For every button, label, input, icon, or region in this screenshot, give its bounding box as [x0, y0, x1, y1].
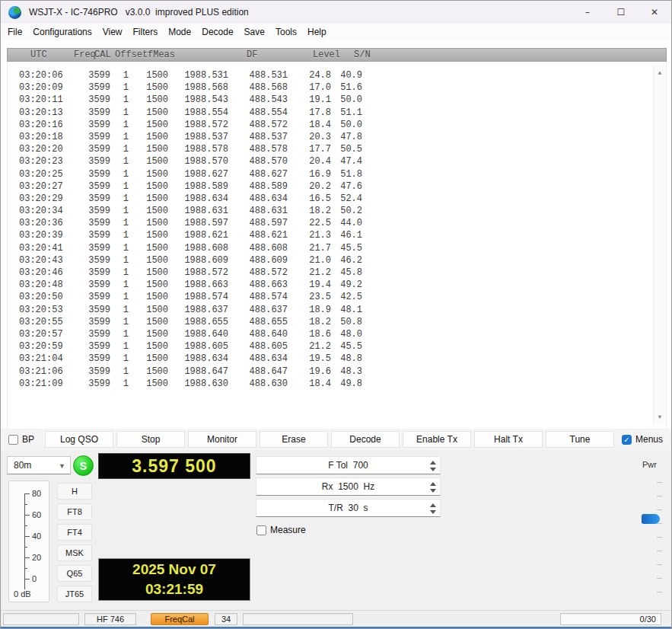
menus-checkbox[interactable]: ✓ — [622, 435, 632, 445]
cell-cal: 1 — [110, 279, 129, 291]
cell-utc: 03:21:06 — [8, 366, 75, 378]
menu-item-filters[interactable]: Filters — [128, 25, 164, 39]
maximize-button[interactable]: ☐ — [604, 1, 638, 24]
mode-button-msk[interactable]: MSK — [57, 544, 92, 561]
tune-button[interactable]: Tune — [546, 431, 614, 448]
menus-checkbox-group[interactable]: ✓ Menus — [622, 434, 663, 445]
cell-df: 488.634 — [228, 193, 288, 205]
cell-freq: 3599 — [75, 119, 110, 131]
sync-button[interactable]: S — [73, 455, 94, 476]
measure-checkbox[interactable] — [256, 525, 266, 535]
band-selector[interactable]: 80m ▼ — [7, 456, 71, 474]
erase-button[interactable]: Erase — [260, 431, 328, 448]
menu-item-mode[interactable]: Mode — [163, 25, 196, 39]
cell-sn: 44.0 — [331, 217, 362, 229]
cell-cal: 1 — [110, 267, 129, 279]
menu-item-decode[interactable]: Decode — [196, 25, 238, 39]
column-header-offset[interactable]: Offset — [115, 49, 148, 60]
cell-fmeas: 1988.630 — [168, 378, 228, 390]
mode-button-ft8[interactable]: FT8 — [57, 503, 92, 520]
cell-df: 488.572 — [228, 267, 288, 279]
cell-fmeas: 1988.554 — [168, 107, 228, 119]
close-button[interactable]: ✕ — [638, 1, 671, 24]
status-bar: HF 746 FreqCal 34 0/30 — [1, 610, 672, 627]
cell-sn: 42.5 — [331, 291, 362, 303]
cell-cal: 1 — [110, 340, 129, 353]
mode-button-q65[interactable]: Q65 — [57, 565, 92, 582]
cell-freq: 3599 — [75, 143, 110, 155]
spinner-arrows[interactable] — [429, 501, 437, 516]
decode-button[interactable]: Decode — [331, 431, 400, 448]
minimize-button[interactable]: – — [571, 1, 604, 24]
cell-level: 19.5 — [288, 353, 331, 365]
measure-checkbox-group[interactable]: Measure — [256, 525, 306, 535]
bp-checkbox[interactable] — [8, 435, 18, 445]
cell-level: 20.2 — [288, 180, 331, 193]
cell-level: 17.7 — [288, 143, 331, 155]
cell-level: 18.6 — [288, 328, 331, 340]
cell-cal: 1 — [110, 205, 129, 217]
cell-offset: 1500 — [129, 254, 168, 267]
f-spinner[interactable]: F Tol 700 — [256, 456, 441, 474]
cell-fmeas: 1988.631 — [168, 205, 228, 217]
scroll-down-icon[interactable]: ▼ — [654, 411, 666, 422]
spinner-arrows[interactable] — [429, 458, 437, 474]
table-row: 03:20:183599115001988.537488.53720.347.8 — [8, 131, 666, 143]
cell-df: 488.663 — [228, 279, 288, 291]
menu-item-configurations[interactable]: Configurations — [27, 25, 97, 39]
menu-item-help[interactable]: Help — [302, 25, 332, 39]
tr-spinner[interactable]: T/R 30 s — [256, 499, 441, 517]
spinner-arrows[interactable] — [429, 480, 437, 495]
table-scrollbar[interactable]: ▲ ▼ — [653, 65, 665, 423]
menu-item-file[interactable]: File — [2, 25, 27, 39]
column-header-fmeas[interactable]: fMeas — [148, 49, 175, 60]
spinner-up-icon[interactable] — [430, 461, 436, 465]
scroll-up-icon[interactable]: ▲ — [654, 67, 666, 78]
cell-level: 21.2 — [288, 267, 331, 279]
rx-spinner[interactable]: Rx 1500 Hz — [256, 477, 441, 496]
column-header-freq[interactable]: Freq — [74, 49, 96, 60]
mode-button-h[interactable]: H — [57, 483, 92, 500]
meter-unit-label: 0 dB — [14, 589, 31, 599]
cell-cal: 1 — [110, 107, 129, 119]
column-header-level[interactable]: Level — [313, 49, 340, 60]
mode-button-ft4[interactable]: FT4 — [57, 524, 92, 541]
cell-cal: 1 — [110, 94, 129, 106]
menu-item-tools[interactable]: Tools — [270, 25, 302, 39]
enable-tx-button[interactable]: Enable Tx — [403, 431, 471, 448]
spinner-down-icon[interactable] — [430, 468, 436, 471]
mode-button-jt65[interactable]: JT65 — [57, 586, 92, 602]
column-header-utc[interactable]: UTC — [30, 49, 47, 60]
column-header-df[interactable]: DF — [247, 49, 257, 60]
status-empty-cell-2 — [243, 613, 353, 625]
spinner-down-icon[interactable] — [430, 510, 436, 514]
cell-sn: 48.0 — [331, 328, 362, 340]
bp-checkbox-group[interactable]: BP — [8, 434, 40, 445]
cell-utc: 03:20:48 — [8, 279, 75, 291]
cell-cal: 1 — [110, 217, 129, 229]
cell-level: 20.3 — [288, 131, 331, 143]
cell-utc: 03:20:27 — [8, 180, 75, 193]
monitor-button[interactable]: Monitor — [188, 431, 256, 448]
cell-sn: 49.8 — [331, 378, 362, 390]
cell-cal: 1 — [110, 316, 129, 328]
log-qso-button[interactable]: Log QSO — [45, 431, 113, 448]
halt-tx-button[interactable]: Halt Tx — [474, 431, 543, 448]
spinner-up-icon[interactable] — [430, 503, 436, 507]
menu-item-save[interactable]: Save — [239, 25, 270, 39]
cell-level: 18.9 — [288, 304, 331, 316]
pwr-slider[interactable] — [639, 477, 664, 602]
cell-level: 21.2 — [288, 340, 331, 353]
cell-df: 488.634 — [228, 353, 288, 365]
stop-button[interactable]: Stop — [116, 431, 185, 448]
cell-df: 488.572 — [228, 119, 288, 131]
pwr-slider-tick — [657, 537, 662, 538]
column-header-cal[interactable]: CAL — [94, 49, 111, 60]
menu-item-view[interactable]: View — [97, 25, 128, 39]
spinner-up-icon[interactable] — [430, 482, 436, 486]
meter-minor-tick — [24, 504, 27, 505]
spinner-down-icon[interactable] — [430, 489, 436, 493]
status-progress: 0/30 — [560, 613, 661, 625]
cell-offset: 1500 — [129, 217, 168, 229]
column-header-sn[interactable]: S/N — [354, 49, 371, 60]
